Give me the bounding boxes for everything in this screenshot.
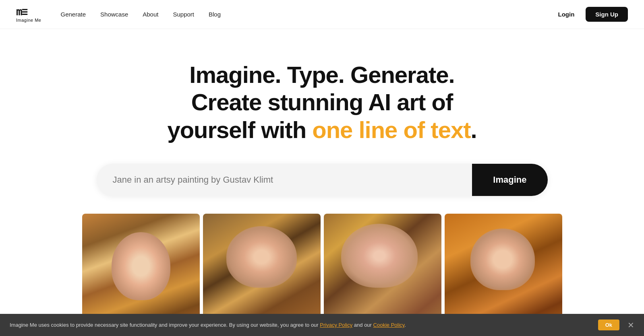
search-bar: Imagine	[97, 164, 548, 196]
nav-actions: Login Sign Up	[553, 7, 628, 22]
cookie-period: .	[404, 322, 406, 328]
cookie-message: Imagine Me uses cookies to provide neces…	[10, 322, 320, 328]
signup-button[interactable]: Sign Up	[586, 7, 628, 22]
search-container: Imagine	[81, 164, 564, 196]
nav-blog[interactable]: Blog	[209, 11, 221, 18]
cookie-ok-button[interactable]: Ok	[598, 320, 619, 330]
cookie-text: Imagine Me uses cookies to provide neces…	[10, 322, 590, 328]
imagine-button[interactable]: Imagine	[472, 164, 547, 196]
nav-links: Generate Showcase About Support Blog	[60, 11, 553, 18]
headline-end: .	[470, 117, 476, 143]
cookie-policy-link[interactable]: Cookie Policy	[373, 322, 405, 328]
nav-generate[interactable]: Generate	[60, 11, 86, 18]
privacy-policy-link[interactable]: Privacy Policy	[320, 322, 352, 328]
logo-icon: m≡	[16, 6, 27, 17]
navbar: m≡ Imagine Me Generate Showcase About Su…	[0, 0, 644, 29]
logo-subtitle: Imagine Me	[16, 18, 41, 23]
headline-line1: Imagine. Type. Generate.	[189, 62, 454, 88]
headline-highlight: one line of text	[312, 117, 470, 143]
logo[interactable]: m≡ Imagine Me	[16, 6, 41, 23]
hero-headline: Imagine. Type. Generate. Create stunning…	[157, 61, 487, 144]
hero-section: Imagine. Type. Generate. Create stunning…	[141, 29, 503, 164]
cookie-banner: Imagine Me uses cookies to provide neces…	[0, 314, 644, 336]
login-button[interactable]: Login	[553, 8, 580, 21]
cookie-and: and our	[352, 322, 373, 328]
search-input[interactable]	[113, 175, 472, 185]
nav-support[interactable]: Support	[173, 11, 194, 18]
headline-line3: yourself with	[167, 117, 312, 143]
nav-showcase[interactable]: Showcase	[100, 11, 128, 18]
headline-line2: Create stunning AI art of	[191, 89, 453, 115]
cookie-close-button[interactable]: ✕	[627, 320, 634, 330]
nav-about[interactable]: About	[143, 11, 158, 18]
